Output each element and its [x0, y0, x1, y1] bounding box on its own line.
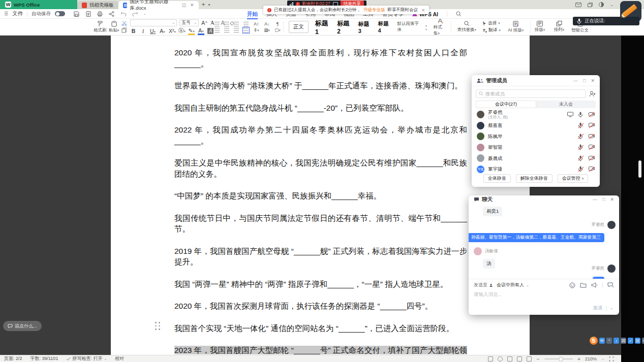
style-set-button[interactable]: 样式集▾ — [434, 18, 446, 37]
new-tab-button[interactable]: + — [199, 0, 208, 9]
camera-off-icon[interactable] — [589, 144, 595, 150]
save-icon[interactable] — [73, 11, 80, 17]
member-row[interactable]: 陈枫琴 — [472, 131, 600, 142]
zoom-slider[interactable] — [544, 358, 573, 359]
announcement-icon[interactable] — [591, 282, 598, 288]
mic-off-icon[interactable] — [578, 134, 584, 140]
tab-document[interactable]: 国庆节主题知识题库.docx ◫ ✕ — [118, 1, 199, 9]
zoom-chevron-icon[interactable]: ⌄ — [601, 357, 604, 361]
mic-off-icon[interactable] — [578, 166, 584, 172]
paragraph[interactable]: 2020 年，我国首次探测月球背面，执行该任务的探测器是 “______四号”。 — [174, 301, 467, 312]
eye-protect-icon[interactable] — [488, 356, 493, 361]
cut-icon[interactable] — [121, 21, 127, 26]
autosave-toggle[interactable] — [55, 11, 65, 16]
paragraph[interactable]: 我国传统节日中，与国庆节同属法定节假日的还有春节、清明节、端午节和______节… — [174, 213, 467, 235]
mute-all-button[interactable]: 全体静音 — [483, 174, 511, 183]
emoji-icon[interactable] — [569, 282, 575, 288]
ime-logo-icon[interactable]: S — [590, 337, 598, 345]
maximize-icon[interactable]: □ — [602, 197, 605, 202]
align-left-icon[interactable] — [214, 28, 220, 32]
chat-settings-icon[interactable] — [607, 282, 614, 288]
border-icon[interactable]: ▢▾ — [274, 27, 281, 32]
screen-share-icon[interactable] — [567, 112, 573, 118]
mic-on-icon[interactable] — [578, 112, 584, 118]
align-center-icon[interactable] — [224, 28, 229, 32]
spell-check-status[interactable]: 拼写检查: 打开⌄ — [66, 355, 107, 362]
unmute-all-button[interactable]: 解除全体静音 — [516, 174, 553, 183]
undo-icon[interactable] — [120, 11, 127, 17]
style-heading2[interactable]: 标题 2 — [337, 19, 351, 35]
mail-icon[interactable] — [575, 3, 581, 7]
preview-icon[interactable]: ◫ — [181, 3, 186, 8]
word-count[interactable]: 字数: 39/1101 — [30, 355, 58, 362]
paragraph[interactable]: 2020 年，我国宣布脱贫攻坚战取得全面胜利，现行标准下农村贫困人口全部____… — [174, 47, 467, 69]
tab-not-joined[interactable]: 未入会 — [536, 101, 596, 108]
outline-view-icon[interactable] — [527, 356, 532, 361]
bullet-list-icon[interactable] — [214, 22, 220, 26]
ime-voice-icon[interactable]: ♪ — [614, 338, 619, 344]
ribbon-tab-home[interactable]: 开始 — [247, 11, 258, 18]
paragraph[interactable]: 世界最长的跨海大桥 “港珠澳大桥” 于______年正式通车，连接香港、珠海和澳… — [174, 80, 467, 91]
camera-off-icon[interactable] — [589, 166, 595, 172]
member-row[interactable]: 聂晟成 — [472, 153, 600, 164]
zoom-out-icon[interactable]: − — [536, 356, 539, 362]
camera-off-icon[interactable] — [589, 122, 595, 128]
mic-off-icon[interactable] — [578, 155, 584, 161]
meeting-control-button[interactable]: 会议管控▾ — [558, 174, 589, 183]
minimize-icon[interactable]: — — [573, 78, 578, 83]
show-marks-icon[interactable]: ¶ — [274, 21, 281, 26]
justify-icon[interactable] — [243, 28, 249, 32]
line-spacing-icon[interactable]: ⇕▾ — [253, 27, 259, 32]
paragraph[interactable]: 我国 “两弹一星” 精神中的 “两弹” 指原子弹和______，“一星” 指人造… — [174, 279, 467, 290]
camera-off-icon[interactable] — [589, 155, 595, 161]
member-row[interactable]: 宇捷 覃宇捷 — [472, 164, 600, 175]
increase-font-icon[interactable]: A⁺ — [201, 20, 208, 26]
tab-list-chevron-icon[interactable]: ▾ — [208, 0, 210, 9]
audience-chevron-icon[interactable]: ⌄ — [526, 283, 529, 287]
ime-board-icon[interactable]: 回 — [621, 338, 626, 344]
ime-lang-icon[interactable]: 中 — [599, 338, 605, 344]
search-icon[interactable] — [456, 11, 462, 17]
invite-member-icon[interactable] — [589, 91, 596, 97]
print-icon[interactable] — [97, 11, 103, 17]
mic-off-icon[interactable] — [578, 144, 584, 150]
web-view-icon[interactable] — [517, 356, 522, 361]
numbered-list-icon[interactable] — [224, 22, 229, 26]
hamburger-icon[interactable]: ☰ — [4, 11, 8, 16]
window-restore-icon[interactable] — [588, 3, 593, 7]
translate-button[interactable]: 翻译▾ — [482, 27, 501, 34]
increase-indent-icon[interactable] — [243, 22, 249, 26]
style-heading4[interactable]: 标题 4 — [378, 20, 391, 34]
minimize-icon[interactable]: — — [593, 197, 597, 202]
member-row[interactable]: 翟智慧 — [472, 142, 600, 153]
ime-simplified-icon[interactable]: 简 — [635, 338, 640, 344]
font-name-select[interactable]: ⌄ — [130, 19, 177, 26]
bold-button[interactable]: B — [130, 28, 137, 34]
highlight-color-button[interactable]: ✎▾ — [188, 27, 195, 35]
share-icon[interactable] — [108, 11, 115, 17]
paragraph[interactable]: 我国自主研制的第五代隐身战斗机 “______-20”，已列装空军部队。 — [174, 103, 467, 114]
file-menu[interactable]: 文件 — [12, 10, 23, 17]
decrease-indent-icon[interactable] — [234, 22, 239, 26]
page-view-icon[interactable] — [507, 356, 512, 361]
paragraph[interactable]: 2022 年，我国成功举办第二十四届冬季奥林匹克运动会，举办城市是北京和____… — [174, 124, 467, 146]
document-page[interactable]: 2020 年，我国宣布脱贫攻坚战取得全面胜利，现行标准下农村贫困人口全部____… — [111, 36, 530, 355]
text-direction-icon[interactable]: A↕ — [253, 21, 259, 26]
shading-icon[interactable]: ▨▾ — [264, 27, 270, 32]
ai-layout-button[interactable]: AI 排版▾ — [506, 21, 526, 34]
tab-in-meeting[interactable]: 会议中(27) — [476, 101, 536, 108]
style-heading1[interactable]: 标题 1 — [315, 19, 331, 36]
comment-pill[interactable]: 说点什么... — [3, 321, 42, 331]
zoom-in-icon[interactable]: + — [577, 356, 580, 362]
ime-tool-icon[interactable]: ⚙ — [642, 338, 644, 344]
paste-button[interactable]: 粘贴▾ — [108, 21, 121, 34]
audience-selector[interactable]: 会议中所有人 — [497, 282, 524, 288]
close-icon[interactable]: ✕ — [591, 78, 595, 83]
layout-button[interactable]: 排版▾ — [532, 21, 547, 33]
member-row[interactable]: 蔡嘉嘉 — [472, 120, 600, 131]
superscript-icon[interactable]: X²▾ — [169, 28, 175, 34]
export-pdf-icon[interactable] — [85, 11, 91, 17]
member-row-host[interactable]: 罗睿然(主持人, 我) — [472, 109, 600, 120]
paragraph[interactable]: “中国梦” 的本质是实现国家富强、民族振兴和______幸福。 — [174, 190, 467, 202]
camera-off-icon[interactable] — [589, 112, 595, 118]
